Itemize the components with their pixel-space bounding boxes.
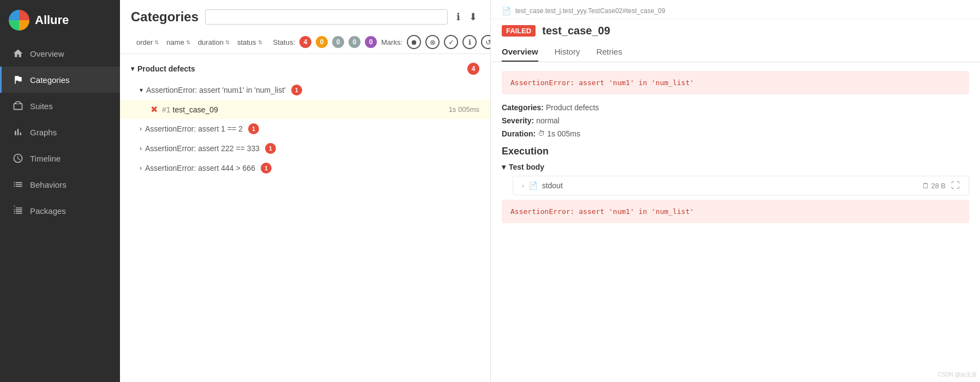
col-status[interactable]: status ⇅ (237, 38, 262, 46)
error-detail-block: AssertionError: assert 'num1' in 'num_li… (502, 200, 969, 223)
col-name[interactable]: name ⇅ (166, 38, 190, 46)
meta-value-severity: normal (536, 116, 560, 125)
sidebar-item-categories[interactable]: Categories (0, 67, 120, 93)
error-name: AssertionError: assert 'num1' in 'num_li… (146, 86, 286, 94)
sidebar-item-timeline[interactable]: Timeline (0, 145, 120, 171)
packages-icon (13, 205, 23, 216)
tab-overview[interactable]: Overview (502, 43, 538, 62)
detail-panel: 📄 test_case.test_j.test_yyy.TestCase02#t… (491, 0, 980, 382)
error-item-assertion-num1[interactable]: ▾ AssertionError: assert 'num1' in 'num_… (120, 80, 490, 100)
sidebar-item-label: Suites (30, 102, 53, 111)
info-button[interactable]: ℹ (454, 9, 462, 25)
stdout-size: 🗒 28 B (922, 182, 946, 190)
test-body-header[interactable]: ▾ Test body (502, 163, 969, 171)
error-circle-icon: ✖ (151, 104, 158, 115)
test-item-test-case-09[interactable]: ✖ #1 test_case_09 1s 005ms (120, 100, 490, 119)
mark-icon-5[interactable]: ↺ (481, 35, 491, 49)
group-name: Product defects (137, 64, 195, 73)
meta-severity: Severity: normal (502, 116, 969, 125)
error-message-block: AssertionError: assert 'num1' in 'num_li… (502, 71, 969, 94)
chevron-down-icon: ▾ (502, 163, 506, 171)
group-header-product-defects[interactable]: ▾ Product defects 4 (120, 57, 490, 80)
sidebar-item-label: Overview (30, 49, 64, 58)
stdout-item[interactable]: › 📄 stdout 🗒 28 B ⛶ (513, 176, 969, 195)
sidebar-item-label: Timeline (30, 154, 61, 163)
clock-icon: ⏱ (538, 129, 545, 138)
error-item-assertion-444-666[interactable]: › AssertionError: assert 444 > 666 1 (120, 158, 490, 178)
chevron-right-icon: › (140, 125, 142, 133)
test-body-label: Test body (509, 163, 544, 171)
sidebar-item-graphs[interactable]: Graphs (0, 119, 120, 145)
categories-actions: ℹ ⬇ (454, 9, 479, 25)
list-icon (13, 179, 23, 190)
execution-title: Execution (502, 146, 969, 157)
chevron-down-icon: ▾ (131, 65, 134, 73)
tab-history[interactable]: History (555, 43, 580, 62)
marks-label: Marks: (381, 38, 402, 46)
item-duration: 1s 005ms (449, 105, 479, 114)
sidebar-item-label: Categories (30, 75, 70, 85)
clock-icon (13, 153, 23, 164)
item-count: 1 (291, 85, 302, 96)
sidebar-item-overview[interactable]: Overview (0, 40, 120, 67)
status-badge-orange[interactable]: 0 (316, 36, 328, 48)
sidebar-item-behaviors[interactable]: Behaviors (0, 171, 120, 198)
chevron-right-icon: › (140, 145, 142, 152)
mark-icon-3[interactable]: ✓ (444, 35, 458, 49)
sidebar-logo: Allure (0, 0, 120, 40)
chevron-right-icon: › (522, 182, 524, 189)
error-name: AssertionError: assert 222 == 333 (145, 144, 260, 153)
col-order[interactable]: order ⇅ (136, 38, 159, 46)
error-item-assertion-1-2[interactable]: › AssertionError: assert 1 == 2 1 (120, 119, 490, 139)
status-badge-purple[interactable]: 0 (365, 36, 377, 48)
mark-icon-1[interactable]: ⏺ (407, 35, 421, 49)
sidebar-item-label: Behaviors (30, 180, 67, 189)
sort-icon-status: ⇅ (258, 39, 262, 45)
status-badge-gray-1[interactable]: 0 (332, 36, 344, 48)
category-list: ▾ Product defects 4 ▾ AssertionError: as… (120, 54, 490, 382)
meta-label-categories: Categories: (502, 103, 544, 112)
search-input[interactable] (205, 9, 448, 25)
sidebar-nav: Overview Categories Suites Graphs Timeli… (0, 40, 120, 382)
sidebar: Allure Overview Categories Suites Graphs… (0, 0, 120, 382)
error-item-assertion-222-333[interactable]: › AssertionError: assert 222 == 333 1 (120, 139, 490, 158)
logo-text: Allure (35, 13, 69, 27)
status-badge-red[interactable]: 4 (299, 36, 311, 48)
sidebar-item-suites[interactable]: Suites (0, 93, 120, 119)
detail-title-row: Failed test_case_09 (491, 19, 980, 43)
briefcase-icon (13, 100, 23, 111)
meta-label-duration: Duration: (502, 129, 536, 138)
filter-status: Status: 4 0 0 0 0 Marks: ⏺ ⊗ ✓ ℹ ↺ (273, 35, 491, 49)
file-size-icon: 🗒 (922, 182, 929, 190)
home-icon (13, 48, 23, 59)
test-name: test_case_09 (542, 25, 610, 37)
col-duration[interactable]: duration ⇅ (198, 38, 230, 46)
allure-logo-icon (9, 10, 29, 31)
sidebar-item-packages[interactable]: Packages (0, 198, 120, 224)
mark-icon-2[interactable]: ⊗ (425, 35, 440, 49)
download-button[interactable]: ⬇ (467, 9, 479, 25)
meta-value-categories: Product defects (546, 103, 599, 112)
error-name: AssertionError: assert 1 == 2 (145, 124, 243, 133)
meta-label-severity: Severity: (502, 116, 534, 125)
stdout-name: stdout (542, 181, 922, 190)
status-badge-gray-2[interactable]: 0 (348, 36, 360, 48)
filter-columns: order ⇅ name ⇅ duration ⇅ status ⇅ (131, 38, 262, 46)
error-name: AssertionError: assert 444 > 666 (145, 164, 255, 172)
sidebar-item-label: Packages (30, 206, 66, 216)
main-content: Categories ℹ ⬇ order ⇅ name ⇅ duration (120, 0, 980, 382)
breadcrumb: 📄 test_case.test_j.test_yyy.TestCase02#t… (491, 0, 980, 19)
tab-retries[interactable]: Retries (596, 43, 622, 62)
mark-icon-4[interactable]: ℹ (462, 35, 477, 49)
meta-value-duration: 1s 005ms (547, 129, 580, 138)
sort-icon-order: ⇅ (154, 39, 159, 45)
breadcrumb-text: test_case.test_j.test_yyy.TestCase02#tes… (515, 7, 665, 15)
error-message-text: AssertionError: assert 'num1' in 'num_li… (510, 79, 694, 87)
fullscreen-icon[interactable]: ⛶ (951, 181, 960, 190)
status-label: Status: (273, 38, 295, 46)
file-icon: 📄 (528, 181, 538, 190)
watermark: CSDN @由无涯 (938, 371, 977, 379)
categories-panel: Categories ℹ ⬇ order ⇅ name ⇅ duration (120, 0, 491, 382)
chevron-down-icon: ▾ (140, 86, 143, 94)
item-number: #1 (162, 105, 171, 114)
